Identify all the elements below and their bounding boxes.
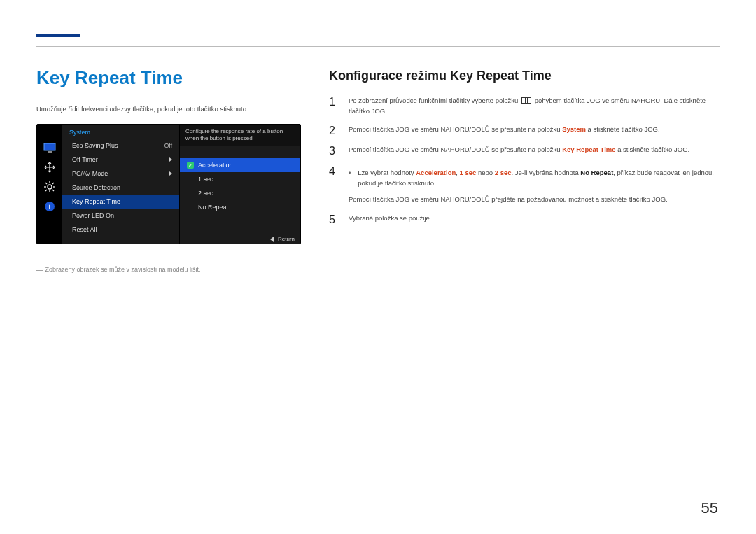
osd-option-2sec[interactable]: 2 sec (180, 186, 300, 200)
osd-preview: i System Eco Saving PlusOff Off Timer PC… (36, 124, 301, 244)
svg-line-8 (52, 190, 54, 191)
osd-row-pcav[interactable]: PC/AV Mode (62, 167, 179, 181)
header-divider (36, 46, 720, 47)
page-title: Key Repeat Time (36, 67, 302, 89)
osd-section-title: System (62, 125, 179, 139)
step-text: Vybraná položka se použije. (349, 213, 720, 225)
osd-option-1sec[interactable]: 1 sec (180, 172, 300, 186)
step-2: 2 Pomocí tlačítka JOG ve směru NAHORU/DO… (329, 125, 720, 136)
header-rule (36, 34, 720, 48)
info-icon: i (42, 199, 57, 214)
svg-line-7 (46, 183, 47, 184)
step-number: 4 (329, 165, 339, 204)
osd-row-resetall[interactable]: Reset All (62, 223, 179, 237)
check-icon: ✓ (187, 162, 194, 169)
osd-tooltip: Configure the response rate of a button … (180, 125, 300, 146)
move-icon (42, 160, 57, 175)
step-number: 2 (329, 125, 339, 136)
svg-line-9 (46, 190, 47, 191)
osd-row-keyrepeat[interactable]: Key Repeat Time (62, 195, 179, 209)
step-number: 3 (329, 145, 339, 157)
lead-text: Umožňuje řídit frekvenci odezvy tlačítka… (36, 104, 302, 114)
picture-icon (42, 140, 57, 155)
step-3: 3 Pomocí tlačítka JOG ve směru NAHORU/DO… (329, 145, 720, 157)
svg-point-2 (48, 185, 52, 189)
section-heading: Konfigurace režimu Key Repeat Time (329, 69, 720, 83)
return-label[interactable]: Return (278, 236, 295, 242)
osd-option-norepeat[interactable]: No Repeat (180, 200, 300, 214)
footnote-divider (36, 260, 302, 260)
chevron-right-icon (169, 171, 172, 176)
svg-line-10 (52, 183, 54, 184)
step-4: 4 Lze vybrat hodnoty Acceleration, 1 sec… (329, 165, 720, 204)
osd-sidebar: i (37, 125, 62, 244)
gear-icon (42, 179, 57, 195)
step-text: Lze vybrat hodnoty Acceleration, 1 sec n… (349, 165, 720, 204)
step-text: Pomocí tlačítka JOG ve směru NAHORU/DOLŮ… (349, 145, 720, 157)
footnote: ― Zobrazený obrázek se může v závislosti… (36, 266, 302, 274)
svg-rect-0 (44, 143, 55, 150)
osd-footer: Return (270, 236, 295, 242)
step-bullet: Lze vybrat hodnoty Acceleration, 1 sec n… (349, 168, 720, 188)
menu-icon (522, 97, 531, 104)
step-text: Po zobrazení průvodce funkčními tlačítky… (349, 96, 720, 116)
step-text: Pomocí tlačítka JOG ve směru NAHORU/DOLŮ… (349, 125, 720, 136)
osd-option-acceleration[interactable]: ✓ Acceleration (180, 158, 300, 172)
back-icon[interactable] (270, 237, 274, 242)
osd-row-offtimer[interactable]: Off Timer (62, 153, 179, 167)
chevron-right-icon (169, 157, 172, 162)
osd-row-source[interactable]: Source Detection (62, 181, 179, 195)
step-number: 5 (329, 213, 339, 225)
osd-submenu: Configure the response rate of a button … (180, 125, 300, 244)
step-1: 1 Po zobrazení průvodce funkčními tlačít… (329, 96, 720, 116)
svg-rect-1 (48, 151, 52, 153)
svg-text:i: i (49, 203, 51, 211)
osd-menu: System Eco Saving PlusOff Off Timer PC/A… (62, 125, 180, 244)
osd-row-eco[interactable]: Eco Saving PlusOff (62, 139, 179, 153)
page-number: 55 (701, 499, 718, 517)
header-accent (36, 34, 80, 37)
osd-row-powerled[interactable]: Power LED On (62, 209, 179, 223)
step-number: 1 (329, 96, 339, 116)
step-5: 5 Vybraná položka se použije. (329, 213, 720, 225)
